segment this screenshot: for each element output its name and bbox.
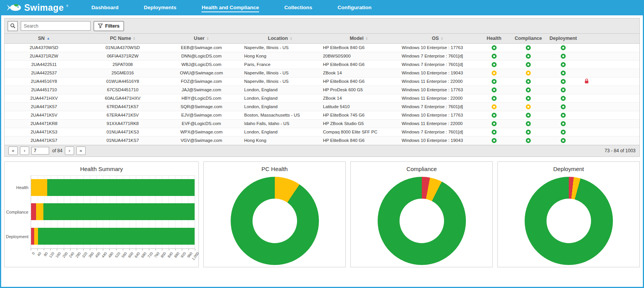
- health-status-cell: [477, 136, 511, 145]
- table-row[interactable]: 2UA4370WSD01NUA4370WSDEEB@Swimage.comNap…: [5, 43, 639, 52]
- compliance-status-icon: [526, 96, 531, 101]
- deployment-status-icon: [561, 87, 566, 92]
- stacked-bar: [31, 179, 195, 196]
- devices-panel: Filters SN▲PC Name▲▼User▲▼Location▲▼Mode…: [4, 18, 640, 157]
- bar-segment-healthy: [47, 179, 195, 196]
- deployment-status-icon: [561, 96, 566, 101]
- lock-cell: [581, 86, 639, 94]
- table-row[interactable]: 2UA442253725GME016OWU@Swimage.comNapervi…: [5, 69, 639, 77]
- devices-table: SN▲PC Name▲▼User▲▼Location▲▼Model▲▼OS▲▼H…: [5, 34, 639, 145]
- deployment-donut-chart: [525, 177, 613, 265]
- filters-button[interactable]: Filters: [94, 21, 124, 31]
- health-status-cell: [477, 111, 511, 119]
- gridline: [195, 176, 195, 249]
- sort-toggle-icon[interactable]: ▲▼: [290, 36, 292, 40]
- compliance-status-cell: [511, 43, 545, 52]
- nav-item-dashboard[interactable]: Dashboard: [91, 3, 119, 12]
- user-cell: HBY@LogicDS.com: [162, 94, 241, 102]
- pc-name-cell: 67RDA4471K57: [83, 102, 162, 111]
- x-tick-mark: [70, 249, 71, 250]
- table-row[interactable]: 2UA4471HXV60ALGA4471HXVHBY@LogicDS.comLo…: [5, 94, 639, 102]
- sn-cell: 2UA4451710: [5, 86, 83, 94]
- first-page-button[interactable]: «: [8, 146, 18, 155]
- sort-toggle-icon[interactable]: ▲▼: [133, 36, 135, 40]
- column-header-user[interactable]: User▲▼: [162, 34, 241, 43]
- model-cell: HP EliteBook 840 G6: [319, 77, 398, 86]
- column-header-compliance: Compliance: [511, 34, 545, 43]
- search-input[interactable]: [21, 21, 91, 31]
- column-header-location[interactable]: Location▲▼: [241, 34, 319, 43]
- nav-item-health-and-compliance[interactable]: Health and Compliance: [201, 3, 259, 12]
- column-header-sn[interactable]: SN▲: [5, 34, 83, 43]
- bar-segment-warning: [34, 228, 38, 245]
- table-row[interactable]: 2UA442251125PAT008WBJ@LogicDS.comParis, …: [5, 60, 639, 69]
- table-row[interactable]: 2UA4371RZW06FIA4371RZWDNN@LogicDS.comHon…: [5, 52, 639, 60]
- column-header-model[interactable]: Model▲▼: [319, 34, 398, 43]
- table-row[interactable]: 2UA4471KS701NUA4471KS7VGV@Swimage.comHon…: [5, 136, 639, 145]
- pc-health-title: PC Health: [204, 166, 345, 172]
- user-cell: WBJ@LogicDS.com: [162, 60, 241, 69]
- location-cell: Naperville, Illinois - US: [241, 77, 319, 86]
- pc-health-card: PC Health: [203, 161, 346, 267]
- compliance-status-icon: [526, 79, 531, 84]
- lock-cell: [581, 136, 639, 145]
- compliance-status-cell: [511, 77, 545, 86]
- table-row[interactable]: 2UA4471K5V67ERA4471K5VEJV@Swimage.comBos…: [5, 111, 639, 119]
- table-row[interactable]: 2UA44516Y801WUA44516Y8FOZ@Swimage.comNap…: [5, 77, 639, 86]
- deployment-status-cell: [545, 43, 581, 52]
- health-status-icon: [492, 45, 497, 50]
- os-cell: Windows 11 Enterprise : 22000: [398, 77, 477, 86]
- column-header-pc-name[interactable]: PC Name▲▼: [83, 34, 162, 43]
- nav-item-configuration[interactable]: Configuration: [337, 3, 371, 12]
- table-row[interactable]: 2UA4471KR891XXA4771RK8EVF@LogicDS.comIda…: [5, 119, 639, 128]
- next-page-button[interactable]: ›: [65, 146, 74, 155]
- search-button[interactable]: [8, 21, 18, 31]
- last-page-button[interactable]: »: [76, 146, 86, 155]
- location-cell: Paris, France: [241, 60, 319, 69]
- donut-hole: [253, 199, 297, 243]
- table-header: SN▲PC Name▲▼User▲▼Location▲▼Model▲▼OS▲▼H…: [5, 34, 639, 43]
- os-cell: Windows 10 Enterprise : 17763: [398, 111, 477, 119]
- lock-cell: [581, 94, 639, 102]
- user-cell: SQR@Swimage.com: [162, 102, 241, 111]
- model-cell: HP ZBook Studio G5: [319, 119, 398, 128]
- x-tick-mark: [123, 249, 123, 250]
- health-status-cell: [477, 128, 511, 136]
- column-header-deployment: Deployment: [545, 34, 581, 43]
- pagination-bar: « ‹ of 84 › » 73 - 84 of 1003: [5, 145, 639, 156]
- nav-item-collections[interactable]: Collections: [284, 3, 312, 12]
- record-range-label: 73 - 84 of 1003: [604, 148, 636, 153]
- sort-ascending-icon[interactable]: ▲: [46, 37, 50, 40]
- health-status-cell: [477, 102, 511, 111]
- column-label: OS: [432, 36, 439, 41]
- sort-toggle-icon[interactable]: ▲▼: [206, 36, 209, 40]
- bar-segment-healthy: [38, 228, 195, 245]
- table-row[interactable]: 2UA4471KS301NUA4471KS3WPX@Swimage.comLon…: [5, 128, 639, 136]
- table-body: 2UA4370WSD01NUA4370WSDEEB@Swimage.comNap…: [5, 43, 639, 145]
- model-cell: HP ProDesk 600 G5: [319, 86, 398, 94]
- sort-toggle-icon[interactable]: ▲▼: [441, 36, 443, 40]
- brand[interactable]: Swimage ®: [7, 3, 68, 13]
- column-header-os[interactable]: OS▲▼: [398, 34, 477, 43]
- table-row[interactable]: 2UA445171067CSD4451710JAJ@Swimage.comLon…: [5, 86, 639, 94]
- page-number-input[interactable]: [31, 147, 49, 155]
- lock-cell: [581, 60, 639, 69]
- column-label: Model: [350, 36, 363, 41]
- pc-name-cell: 01NUA4471KS7: [83, 136, 162, 145]
- table-row[interactable]: 2UA4471K5767RDA4471K57SQR@Swimage.comLon…: [5, 102, 639, 111]
- user-cell: EVF@LogicDS.com: [162, 119, 241, 128]
- sn-cell: 2UA44516Y8: [5, 77, 83, 86]
- x-tick-mark: [136, 249, 136, 250]
- os-cell: Windows 7 Enterprise : 7601[d]: [398, 102, 477, 111]
- model-cell: HP EliteBook 745 G6: [319, 111, 398, 119]
- nav-item-deployments[interactable]: Deployments: [144, 3, 177, 12]
- x-tick-label: 840: [167, 251, 173, 258]
- sort-toggle-icon[interactable]: ▲▼: [365, 36, 368, 40]
- prev-page-button[interactable]: ‹: [20, 146, 29, 155]
- location-cell: London, England: [241, 128, 319, 136]
- model-cell: HP EliteBook 840 G6: [319, 43, 398, 52]
- sn-cell: 2UA4370WSD: [5, 43, 83, 52]
- location-cell: Naperville, Illinois - US: [241, 43, 319, 52]
- column-label: PC Name: [110, 36, 131, 41]
- model-cell: HP EliteBook 840 G6: [319, 136, 398, 145]
